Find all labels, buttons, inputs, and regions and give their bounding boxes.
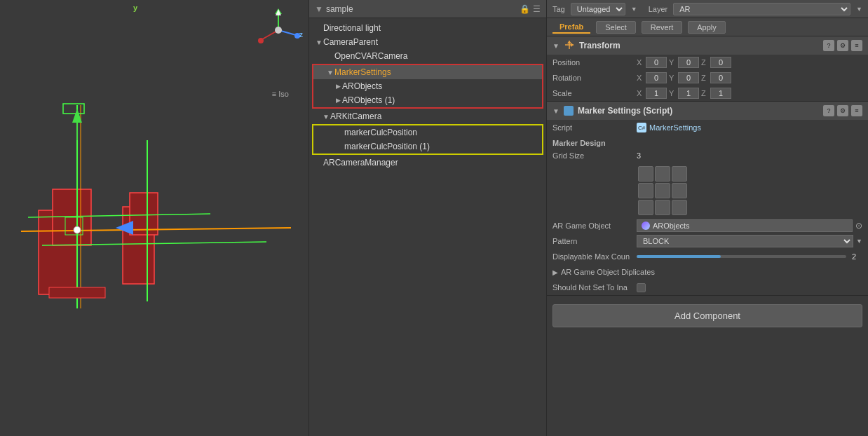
grid-btn-1-2[interactable] — [672, 183, 687, 198]
pattern-select[interactable]: BLOCK — [637, 235, 853, 247]
marker-collapse-arrow: ▼ — [552, 107, 560, 115]
hier-label: markerCulcPosition (1) — [344, 142, 430, 151]
transform-icon — [564, 39, 575, 53]
ar-game-object-field[interactable]: ARObjects — [637, 219, 853, 232]
hier-label: ARKitCamera — [330, 111, 381, 121]
grid-btn-0-1[interactable] — [655, 166, 670, 182]
svg-point-21 — [258, 38, 264, 43]
scale-x-label: X — [637, 89, 644, 97]
grid-size-value: 3 — [637, 151, 641, 160]
displayable-value: 2 — [852, 252, 862, 261]
scale-z-input[interactable] — [710, 88, 731, 99]
transform-title: Transform — [579, 41, 621, 50]
grid-btn-2-1[interactable] — [655, 200, 670, 215]
hierarchy-item-marker-settings[interactable]: ▼ MarkerSettings — [313, 65, 542, 79]
marker-design-label: Marker Design — [547, 135, 868, 148]
transform-settings-icon[interactable]: ⚙ — [837, 40, 848, 51]
grid-btn-2-2[interactable] — [672, 200, 687, 215]
marker-help-icon[interactable]: ? — [823, 105, 834, 116]
pattern-label: Pattern — [552, 237, 637, 245]
scale-y-input[interactable] — [678, 88, 699, 99]
rot-z-label: Z — [701, 74, 708, 82]
viewport-gizmo[interactable] — [254, 6, 303, 48]
rot-z-input[interactable] — [710, 72, 731, 83]
marker-settings-icon[interactable]: ⚙ — [837, 105, 848, 116]
svg-rect-4 — [130, 193, 158, 235]
position-values: X Y Z — [637, 57, 731, 68]
layer-select[interactable]: AR — [673, 3, 850, 15]
displayable-slider[interactable]: 2 — [637, 252, 862, 261]
rot-y-label: Y — [669, 74, 676, 82]
transform-header[interactable]: ▼ Transform ? ⚙ ≡ — [547, 36, 868, 55]
scale-x-input[interactable] — [646, 88, 667, 99]
hierarchy-item-marker-culc[interactable]: markerCulcPosition — [313, 125, 542, 139]
pos-x-label: X — [637, 58, 644, 67]
displayable-label: Displayable Max Coun — [552, 252, 637, 261]
marker-settings-header[interactable]: ▼ Marker Settings (Script) ? ⚙ ≡ — [547, 102, 868, 120]
iso-label: ≡ Iso — [272, 90, 289, 98]
pos-z-input[interactable] — [710, 57, 731, 68]
hierarchy-item-directional-light[interactable]: Directional light — [309, 21, 546, 35]
hierarchy-title: sample — [326, 4, 353, 14]
hierarchy-item-ar-objects-1[interactable]: ▶ ARObjects (1) — [313, 93, 542, 107]
scale-y-label: Y — [669, 89, 676, 97]
marker-menu-icon[interactable]: ≡ — [851, 105, 862, 116]
hierarchy-item-opencv-camera[interactable]: OpenCVARCamera — [309, 49, 546, 63]
hier-label: ARCameraManager — [323, 158, 398, 168]
inspector-panel: Tag Untagged ▼ Layer AR ▼ Prefab Select … — [547, 0, 868, 436]
slider-track — [637, 255, 846, 258]
grid-btn-0-2[interactable] — [672, 166, 687, 182]
select-button[interactable]: Select — [596, 21, 636, 34]
svg-rect-17 — [49, 287, 105, 298]
hierarchy-item-ar-objects[interactable]: ▶ ARObjects — [313, 79, 542, 93]
viewport: y z ≡ Iso — [0, 0, 308, 436]
apply-button[interactable]: Apply — [688, 21, 726, 34]
ar-duplicates-row[interactable]: ▶ AR Game Object Diplicates — [547, 264, 868, 280]
hier-arrow: ▼ — [315, 39, 323, 46]
position-row: Position X Y Z — [547, 55, 868, 70]
rot-x-input[interactable] — [646, 72, 667, 83]
hierarchy-lock-icon[interactable]: 🔒 — [520, 4, 530, 14]
inspector-top-bar: Tag Untagged ▼ Layer AR ▼ — [547, 0, 868, 18]
svg-marker-29 — [567, 41, 571, 43]
revert-button[interactable]: Revert — [642, 21, 682, 34]
hier-label: markerCulcPosition — [344, 128, 417, 137]
pos-y-label: Y — [669, 58, 676, 67]
tag-select[interactable]: Untagged — [571, 3, 625, 15]
pos-x-input[interactable] — [646, 57, 667, 68]
hierarchy-item-ar-camera-manager[interactable]: ARCameraManager — [309, 156, 546, 170]
tag-dropdown-icon: ▼ — [631, 6, 637, 13]
hier-arrow: ▶ — [336, 97, 341, 104]
transform-menu-icon[interactable]: ≡ — [851, 40, 862, 51]
prefab-tab[interactable]: Prefab — [552, 21, 590, 34]
grid-btn-1-0[interactable] — [638, 183, 653, 198]
grid-btn-1-1[interactable] — [655, 183, 670, 198]
pos-y-input[interactable] — [678, 57, 699, 68]
add-component-button[interactable]: Add Component — [552, 304, 862, 327]
scale-label: Scale — [552, 89, 637, 97]
y-axis-label: y — [133, 4, 137, 12]
transform-help-icon[interactable]: ? — [823, 40, 834, 51]
should-not-set-label: Should Not Set To Ina — [552, 283, 637, 292]
grid-btn-2-0[interactable] — [638, 200, 653, 215]
rot-y-input[interactable] — [678, 72, 699, 83]
scale-values: X Y Z — [637, 88, 731, 99]
ar-game-object-label: AR Game Object — [552, 222, 637, 230]
layer-dropdown-icon: ▼ — [856, 6, 862, 13]
hierarchy-item-camera-parent[interactable]: ▼ CameraParent — [309, 35, 546, 49]
hierarchy-menu-icon[interactable]: ☰ — [533, 4, 541, 14]
hierarchy-item-marker-culc-1[interactable]: markerCulcPosition (1) — [313, 139, 542, 154]
ar-obj-select-icon[interactable]: ⊙ — [855, 221, 862, 231]
grid-btn-0-0[interactable] — [638, 166, 653, 182]
rot-x-label: X — [637, 74, 644, 82]
hier-label: CameraParent — [323, 37, 378, 47]
duplicates-label: AR Game Object Diplicates — [561, 268, 655, 276]
script-label: Script — [552, 123, 637, 132]
hierarchy-item-arkit-camera[interactable]: ▼ ARKitCamera — [309, 109, 546, 123]
marker-script-icon — [564, 106, 574, 116]
hier-label: ARObjects (1) — [342, 95, 395, 105]
should-not-set-checkbox[interactable] — [637, 283, 646, 292]
marker-culc-group: markerCulcPosition markerCulcPosition (1… — [312, 124, 543, 155]
pattern-dropdown-icon: ▼ — [856, 238, 862, 245]
hier-arrow: ▼ — [326, 69, 334, 76]
